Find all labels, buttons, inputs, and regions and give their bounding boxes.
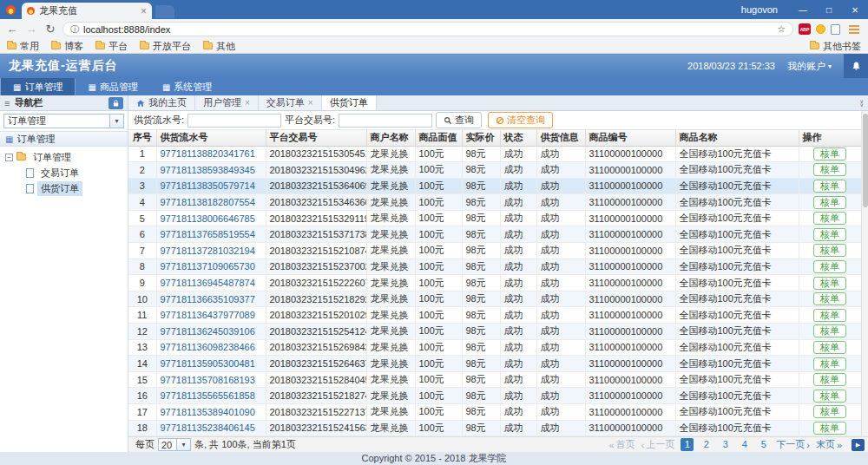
tree-node-order-management[interactable]: − 订单管理 [0, 149, 128, 165]
supply-flow-link[interactable]: 977181135238406145 [161, 422, 255, 433]
verify-order-button[interactable]: 核单 [813, 390, 846, 403]
collapse-icon[interactable]: − [5, 154, 13, 161]
back-icon[interactable]: ← [5, 23, 19, 36]
tab-overflow-icon[interactable]: ∨∨ [856, 95, 868, 110]
browser-menu-icon[interactable] [849, 25, 859, 27]
verify-order-button[interactable]: 核单 [813, 422, 846, 435]
supply-flow-link[interactable]: 977181138350579714 [161, 180, 255, 191]
page-number[interactable]: 5 [757, 438, 770, 451]
supply-flow-link[interactable]: 977181137658519554 [161, 229, 255, 239]
table-row[interactable]: 10 977181136635109377 201803232151521829… [128, 291, 861, 307]
supply-flow-link[interactable]: 977181138006646785 [161, 213, 255, 224]
table-row[interactable]: 6 977181137658519554 2018032321515371738… [128, 226, 861, 243]
verify-order-button[interactable]: 核单 [813, 212, 846, 225]
table-row[interactable]: 1 977181138820341761 2018032321515305451… [128, 146, 861, 162]
page-info-icon[interactable]: ⓘ [70, 23, 79, 36]
page-number[interactable]: 4 [738, 438, 751, 451]
nav-item-product-management[interactable]: ▦商品管理 [76, 78, 149, 95]
verify-order-button[interactable]: 核单 [813, 244, 846, 257]
verify-order-button[interactable]: 核单 [813, 292, 846, 305]
supply-flow-link[interactable]: 977181138820341761 [161, 148, 255, 159]
verify-order-button[interactable]: 核单 [813, 163, 846, 176]
pin-nav-button[interactable] [108, 97, 123, 109]
table-row[interactable]: 5 977181138006646785 2018032321515329119… [128, 210, 861, 226]
table-row[interactable]: 11 977181136437977089 201803232151520102… [128, 307, 861, 324]
bookmark-folder[interactable]: 其他 [203, 40, 235, 53]
tab-user-management[interactable]: 用户管理× [195, 95, 259, 110]
close-icon[interactable]: × [245, 98, 250, 108]
supply-flow-link[interactable]: 977181136945487874 [161, 278, 255, 288]
bookmark-star-icon[interactable]: ☆ [777, 23, 786, 35]
window-minimize-button[interactable]: — [790, 0, 816, 19]
table-row[interactable]: 13 977181136098238466 201803232151526984… [128, 339, 861, 356]
table-row[interactable]: 12 977181136245039106 201803232151525412… [128, 324, 861, 340]
supply-flow-link[interactable]: 977181136635109377 [161, 294, 255, 305]
table-row[interactable]: 8 977181137109065730 2018032321515237002… [128, 259, 861, 275]
supply-flow-link[interactable]: 977181135565561858 [161, 390, 255, 401]
page-number[interactable]: 2 [700, 438, 713, 451]
table-row[interactable]: 18 977181135238406145 201803232151524156… [128, 420, 861, 436]
next-page-button[interactable]: 下一页› [776, 438, 810, 451]
table-row[interactable]: 15 977181135708168193 201803232151528404… [128, 371, 861, 388]
table-row[interactable]: 17 977181135389401090 201803232151522713… [128, 404, 861, 421]
vertical-scrollbar[interactable] [861, 111, 868, 436]
supply-flow-link[interactable]: 977181138182807554 [161, 197, 255, 207]
module-select[interactable]: 订单管理 ▾ [3, 114, 124, 128]
close-icon[interactable]: × [308, 98, 313, 108]
prev-page-button[interactable]: ‹上一页 [641, 438, 675, 451]
page-number[interactable]: 3 [719, 438, 732, 451]
tab-supply-orders[interactable]: 供货订单 [322, 95, 377, 110]
tab-home[interactable]: 我的主页 [128, 95, 195, 110]
supply-flow-link[interactable]: 977181137281032194 [161, 246, 255, 256]
verify-order-button[interactable]: 核单 [813, 147, 846, 160]
supply-flow-link[interactable]: 977181135708168193 [161, 375, 255, 385]
verify-order-button[interactable]: 核单 [813, 277, 846, 290]
tree-node-trade-orders[interactable]: 交易订单 [0, 165, 128, 180]
tab-trade-orders[interactable]: 交易订单× [259, 95, 322, 110]
address-bar[interactable]: ⓘ localhost:8888/index ☆ [62, 22, 793, 36]
verify-order-button[interactable]: 核单 [813, 180, 846, 193]
adblock-extension-icon[interactable]: ABP [799, 23, 811, 35]
verify-order-button[interactable]: 核单 [813, 260, 846, 273]
supply-flow-link[interactable]: 977181138593849345 [161, 165, 255, 175]
bookmark-folder[interactable]: 博客 [51, 40, 83, 53]
new-tab-button[interactable] [155, 5, 174, 18]
supply-flow-link[interactable]: 977181136245039106 [161, 326, 255, 337]
verify-order-button[interactable]: 核单 [813, 228, 846, 241]
bookmark-folder[interactable]: 常用 [7, 40, 39, 53]
clear-query-button[interactable]: 清空查询 [488, 112, 553, 128]
supply-flow-link[interactable]: 977181135905300481 [161, 358, 255, 369]
window-maximize-button[interactable]: □ [816, 0, 842, 19]
extension-icon[interactable] [816, 24, 825, 34]
supply-flow-link[interactable]: 977181136437977089 [161, 310, 255, 320]
supply-flow-link[interactable]: 977181137109065730 [161, 261, 255, 272]
trade-no-input[interactable] [339, 114, 432, 128]
notification-bell-button[interactable] [844, 54, 868, 78]
verify-order-button[interactable]: 核单 [813, 405, 846, 418]
page-number[interactable]: 1 [681, 438, 694, 451]
query-button[interactable]: 查询 [436, 112, 482, 128]
nav-item-system-management[interactable]: ▦系统管理 [150, 78, 224, 95]
reload-icon[interactable]: ↻ [43, 23, 57, 36]
first-page-button[interactable]: «首页 [608, 438, 635, 451]
supply-flow-input[interactable] [187, 114, 281, 128]
last-page-button[interactable]: 末页» [816, 438, 842, 451]
table-row[interactable]: 9 977181136945487874 2018032321515222607… [128, 275, 861, 291]
table-row[interactable]: 14 977181135905300481 201803232151526463… [128, 356, 861, 372]
window-close-button[interactable]: × [842, 0, 868, 19]
per-page-select[interactable]: 20 ▾ [158, 438, 191, 451]
extension-icon[interactable] [831, 24, 840, 35]
verify-order-button[interactable]: 核单 [813, 309, 846, 322]
table-row[interactable]: 16 977181135565561858 201803232151521827… [128, 388, 861, 404]
supply-flow-link[interactable]: 977181135389401090 [161, 407, 255, 417]
table-row[interactable]: 3 977181138350579714 2018032321515364069… [128, 178, 861, 194]
verify-order-button[interactable]: 核单 [813, 341, 846, 354]
verify-order-button[interactable]: 核单 [813, 324, 846, 337]
bookmark-folder[interactable]: 平台 [95, 40, 128, 53]
nav-item-order-management[interactable]: ▦订单管理 [0, 78, 76, 95]
bookmark-folder[interactable]: 开放平台 [140, 40, 191, 53]
other-bookmarks[interactable]: 其他书签 [810, 40, 861, 53]
table-row[interactable]: 4 977181138182807554 2018032321515346366… [128, 194, 861, 211]
table-row[interactable]: 7 977181137281032194 2018032321515210874… [128, 243, 861, 259]
account-menu[interactable]: 我的账户 ▾ [787, 60, 832, 73]
